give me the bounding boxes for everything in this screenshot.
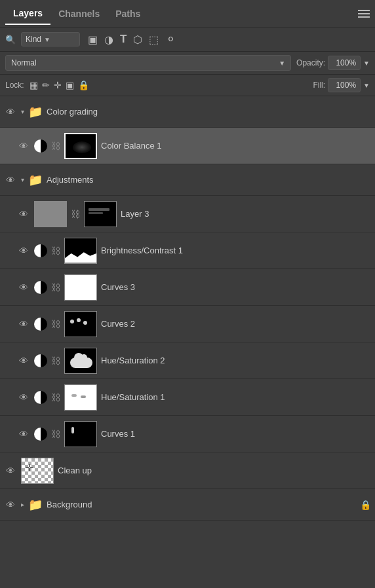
folder-icon: 📁 [28,173,43,187]
layer-name: Hue/Saturation 1 [101,392,371,402]
folder-icon: 📁 [28,498,43,512]
visibility-icon[interactable]: 👁 [17,139,30,153]
lock-label: Lock: [5,81,24,90]
pixel-filter-icon[interactable]: ▣ [88,33,98,46]
layer-name: Color grading [47,107,371,117]
lock-move-icon[interactable]: ✛ [54,80,62,90]
chain-icon: ⛓ [51,392,60,403]
adjustment-icon [34,391,47,404]
search-icon: 🔍 [5,35,16,45]
lock-icons: ▦ ✏ ✛ ▣ 🔒 [30,80,89,90]
adjustment-icon [34,244,47,257]
visibility-icon[interactable]: 👁 [17,318,30,331]
chain-icon: ⛓ [51,282,60,293]
visibility-icon[interactable]: 👁 [17,208,30,221]
chain-icon: ⛓ [51,356,60,366]
tab-paths[interactable]: Paths [108,3,148,24]
opacity-group: Opacity: 100% ▼ [296,56,370,70]
chain-icon: ⛓ [71,209,80,219]
tab-layers[interactable]: Layers [5,3,50,25]
adjustment-icon [34,139,47,153]
layer-thumbnail [64,133,97,159]
lock-pixels-icon[interactable]: ▦ [30,80,38,90]
layer-row[interactable]: 👁 ▸ 📁 Background 🔒 [0,489,375,521]
tabs-bar: Layers Channels Paths [0,0,375,28]
layer-thumbnail [64,421,97,447]
chain-icon: ⛓ [51,141,60,151]
layer-name: Background [47,500,356,509]
visibility-icon[interactable]: 👁 [4,105,17,119]
type-filter-icon[interactable]: T [120,33,127,46]
kind-dropdown-arrow: ▼ [44,36,50,43]
visibility-icon[interactable]: 👁 [17,354,30,367]
layer-row[interactable]: 👁 ▾ 📁 Color grading [0,96,375,128]
layer-row[interactable]: 👁 ▾ 📁 Adjustments [0,164,375,196]
collapse-arrow[interactable]: ▾ [21,176,24,183]
layer-name: Adjustments [47,175,371,185]
folder-icon: 📁 [28,105,43,119]
layer-row[interactable]: 👁 ⛓ Hue/Saturation 1 [0,379,375,416]
layer-name: Curves 3 [101,282,371,292]
fill-label: Fill: [313,81,325,90]
layer-thumbnail [64,384,97,411]
kind-label: Kind [26,35,41,44]
layer-row[interactable]: 👁 ✛ Clean up [0,452,375,489]
layer-name: Hue/Saturation 2 [101,356,371,365]
fill-value[interactable]: 100% [328,78,361,92]
lock-all-icon[interactable]: 🔒 [78,80,89,90]
visibility-icon[interactable]: 👁 [17,391,30,404]
visibility-icon[interactable]: 👁 [17,428,30,441]
layer-thumbnail [64,238,97,264]
adjustment-icon [34,281,47,294]
toolbar-row1: 🔍 Kind ▼ ▣ ◑ T ⬡ ⬚ ⚬ [0,28,375,52]
adjustment-icon [34,354,47,367]
layer-name: Curves 1 [101,429,371,439]
chain-icon: ⛓ [51,429,60,439]
visibility-icon[interactable]: 👁 [17,281,30,294]
kind-select[interactable]: Kind ▼ [21,32,80,46]
lock-artboard-icon[interactable]: ▣ [66,80,74,90]
layer-thumbnail [64,348,97,374]
layer-thumbnail [64,274,97,301]
lock-paint-icon[interactable]: ✏ [42,80,50,90]
opacity-value[interactable]: 100% [328,56,361,70]
chain-icon: ⛓ [51,246,60,256]
layers-list: 👁 ▾ 📁 Color grading 👁 ⛓ Color Balance 1 … [0,96,375,521]
smartobject-filter-icon[interactable]: ⬚ [149,33,159,46]
layer-row[interactable]: 👁 ⛓ Hue/Saturation 2 [0,342,375,379]
visibility-icon[interactable]: 👁 [4,464,17,477]
layer-mask-thumbnail [84,201,117,227]
shape-filter-icon[interactable]: ⬡ [133,33,142,46]
blend-mode-select[interactable]: Normal ▼ [5,55,291,71]
filter-icons: ▣ ◑ T ⬡ ⬚ ⚬ [88,31,176,47]
layer-row[interactable]: 👁 ⛓ Layer 3 [0,196,375,232]
adjustment-icon [34,318,47,331]
layer-row[interactable]: 👁 ⛓ Curves 1 [0,416,375,452]
fill-dropdown-arrow[interactable]: ▼ [363,82,370,89]
fill-group: Fill: 100% ▼ [313,78,370,92]
adjustment-icon [34,428,47,441]
layer-name: Curves 2 [101,319,371,329]
collapse-arrow[interactable]: ▸ [21,501,24,508]
layer-name: Layer 3 [121,209,371,219]
visibility-icon[interactable]: 👁 [4,174,17,187]
collapse-arrow[interactable]: ▾ [21,108,24,115]
layer-row[interactable]: 👁 ⛓ Brightness/Contrast 1 [0,232,375,269]
layer-row[interactable]: 👁 ⛓ Color Balance 1 [0,128,375,164]
opacity-dropdown-arrow[interactable]: ▼ [363,60,370,67]
layer-thumbnail [34,201,67,227]
adjustment-filter-icon[interactable]: ◑ [104,33,113,46]
layer-row[interactable]: 👁 ⛓ Curves 2 [0,306,375,342]
layer-thumbnail: ✛ [21,458,54,484]
layer-name: Color Balance 1 [101,141,371,151]
visibility-icon[interactable]: 👁 [4,498,17,511]
panel-menu-icon[interactable] [358,10,370,18]
chain-icon: ⛓ [51,319,60,329]
opacity-label: Opacity: [296,58,325,67]
visibility-icon[interactable]: 👁 [17,244,30,257]
layer-name: Clean up [58,466,371,475]
circle-filter-icon[interactable]: ⚬ [165,31,176,47]
layer-row[interactable]: 👁 ⛓ Curves 3 [0,269,375,306]
tab-channels[interactable]: Channels [50,3,108,24]
toolbar-row2: Normal ▼ Opacity: 100% ▼ [0,52,375,75]
